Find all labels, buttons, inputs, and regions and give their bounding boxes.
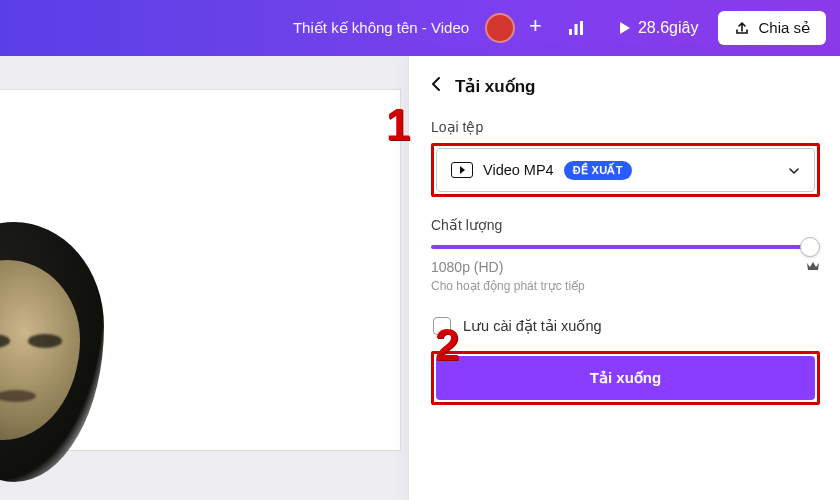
crown-icon bbox=[806, 260, 820, 275]
top-toolbar: Thiết kế không tên - Video + 28.6giây Ch… bbox=[0, 0, 840, 56]
svg-rect-2 bbox=[580, 21, 583, 35]
quality-hint: Cho hoạt động phát trực tiếp bbox=[431, 279, 820, 293]
share-label: Chia sẻ bbox=[758, 19, 810, 37]
recording-indicator[interactable] bbox=[485, 13, 515, 43]
save-settings-checkbox[interactable] bbox=[433, 317, 451, 335]
save-settings-row[interactable]: Lưu cài đặt tải xuống bbox=[433, 317, 820, 335]
chart-icon bbox=[566, 18, 586, 38]
svg-rect-0 bbox=[569, 29, 572, 35]
video-file-icon bbox=[451, 162, 473, 178]
download-button-highlight: Tải xuống bbox=[431, 351, 820, 405]
file-type-label: Loại tệp bbox=[431, 119, 820, 135]
design-canvas[interactable] bbox=[0, 90, 400, 450]
quality-label: Chất lượng bbox=[431, 217, 820, 233]
recommended-badge: ĐỀ XUẤT bbox=[564, 161, 632, 180]
play-duration-button[interactable]: 28.6giây bbox=[606, 13, 709, 43]
video-subject bbox=[0, 230, 130, 480]
chevron-left-icon bbox=[431, 76, 441, 92]
design-title: Thiết kế không tên - Video bbox=[0, 19, 475, 37]
quality-slider[interactable] bbox=[431, 245, 814, 249]
quality-value: 1080p (HD) bbox=[431, 259, 503, 275]
svg-rect-1 bbox=[574, 24, 577, 35]
save-settings-label: Lưu cài đặt tải xuống bbox=[463, 318, 602, 334]
back-button[interactable] bbox=[431, 76, 445, 97]
add-button[interactable]: + bbox=[525, 13, 546, 43]
play-icon bbox=[616, 20, 632, 36]
download-panel: Tải xuống Loại tệp Video MP4 ĐỀ XUẤT Chấ… bbox=[408, 56, 840, 500]
file-type-value: Video MP4 bbox=[483, 162, 554, 178]
file-type-select[interactable]: Video MP4 ĐỀ XUẤT bbox=[436, 148, 815, 192]
share-button[interactable]: Chia sẻ bbox=[718, 11, 826, 45]
panel-title: Tải xuống bbox=[455, 76, 535, 97]
upload-icon bbox=[734, 20, 750, 36]
chevron-down-icon bbox=[788, 161, 800, 179]
analytics-button[interactable] bbox=[556, 8, 596, 48]
slider-handle[interactable] bbox=[800, 237, 820, 257]
file-type-highlight: Video MP4 ĐỀ XUẤT bbox=[431, 143, 820, 197]
download-button[interactable]: Tải xuống bbox=[436, 356, 815, 400]
duration-label: 28.6giây bbox=[638, 19, 699, 37]
